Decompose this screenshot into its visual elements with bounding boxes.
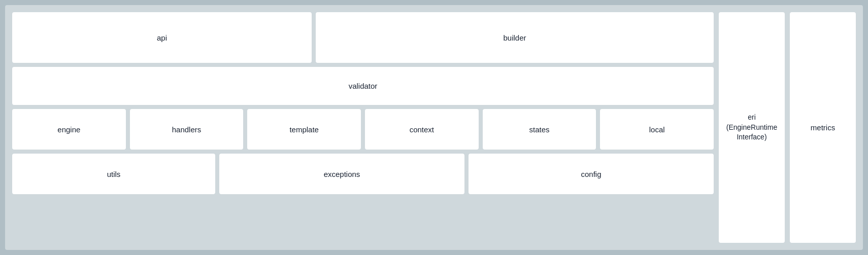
cell-utils[interactable]: utils [12, 154, 215, 194]
cell-exceptions[interactable]: exceptions [219, 154, 464, 194]
local-label: local [649, 125, 665, 134]
cell-template[interactable]: template [247, 109, 361, 150]
utils-label: utils [107, 170, 121, 178]
outer-container: api builder validator engine handlers te… [5, 5, 863, 250]
context-label: context [410, 125, 434, 134]
side-panel-metrics[interactable]: metrics [790, 12, 856, 243]
cell-api[interactable]: api [12, 12, 312, 63]
main-grid: api builder validator engine handlers te… [12, 12, 714, 243]
handlers-label: handlers [172, 125, 202, 134]
row-3: engine handlers template context states … [12, 109, 714, 150]
template-label: template [289, 125, 319, 134]
cell-handlers[interactable]: handlers [130, 109, 244, 150]
builder-label: builder [503, 33, 526, 42]
cell-builder[interactable]: builder [316, 12, 714, 63]
engine-label: engine [57, 125, 80, 134]
cell-local[interactable]: local [600, 109, 714, 150]
metrics-label: metrics [811, 123, 835, 132]
cell-engine[interactable]: engine [12, 109, 126, 150]
validator-label: validator [349, 82, 378, 90]
row-4: utils exceptions config [12, 154, 714, 194]
states-label: states [529, 125, 550, 134]
side-panel-eri[interactable]: eri(EngineRuntimeInterface) [719, 12, 785, 243]
cell-states[interactable]: states [483, 109, 596, 150]
api-label: api [157, 33, 167, 42]
config-label: config [581, 170, 601, 178]
exceptions-label: exceptions [324, 170, 360, 178]
cell-config[interactable]: config [469, 154, 714, 194]
row-1: api builder [12, 12, 714, 63]
row-2: validator [12, 67, 714, 105]
eri-label: eri(EngineRuntimeInterface) [726, 113, 777, 142]
cell-validator[interactable]: validator [12, 67, 714, 105]
cell-context[interactable]: context [365, 109, 479, 150]
